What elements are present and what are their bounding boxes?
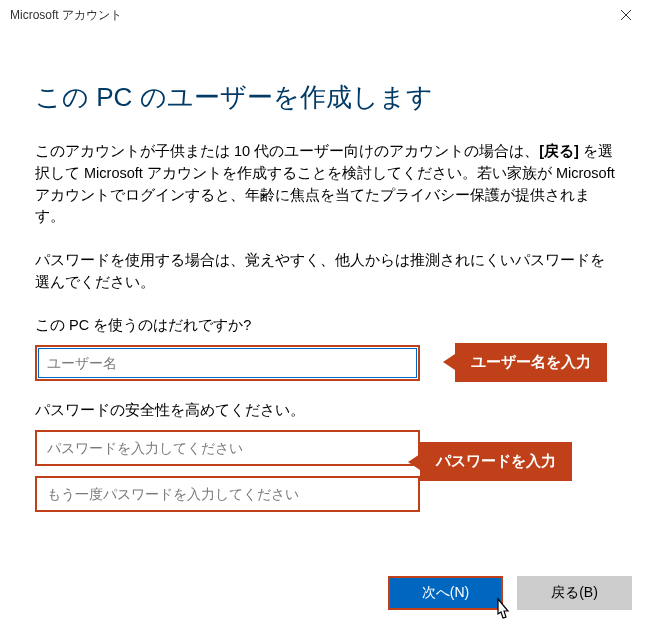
- intro-paragraph-2: パスワードを使用する場合は、覚えやすく、他人からは推測されにくいパスワードを選ん…: [35, 250, 619, 294]
- back-button[interactable]: 戻る(B): [517, 576, 632, 610]
- close-icon: [621, 10, 631, 20]
- close-button[interactable]: [606, 1, 646, 29]
- username-row: ユーザー名を入力: [35, 345, 619, 381]
- titlebar: Microsoft アカウント: [0, 0, 654, 30]
- intro-text-pre: このアカウントが子供または 10 代のユーザー向けのアカウントの場合は、: [35, 143, 539, 159]
- password-confirm-input[interactable]: [35, 476, 420, 512]
- intro-paragraph-1: このアカウントが子供または 10 代のユーザー向けのアカウントの場合は、[戻る]…: [35, 141, 619, 228]
- password-callout: パスワードを入力: [420, 442, 572, 481]
- window-title: Microsoft アカウント: [10, 7, 606, 24]
- next-button[interactable]: 次へ(N): [388, 576, 503, 610]
- username-input[interactable]: [35, 345, 420, 381]
- button-bar: 次へ(N) 戻る(B): [388, 576, 632, 610]
- intro-text-bold: [戻る]: [539, 143, 579, 159]
- page-title: この PC のユーザーを作成します: [35, 80, 619, 115]
- username-label: この PC を使うのはだれですか?: [35, 316, 619, 335]
- password-label: パスワードの安全性を高めてください。: [35, 401, 619, 420]
- password-input[interactable]: [35, 430, 420, 466]
- username-callout: ユーザー名を入力: [455, 343, 607, 382]
